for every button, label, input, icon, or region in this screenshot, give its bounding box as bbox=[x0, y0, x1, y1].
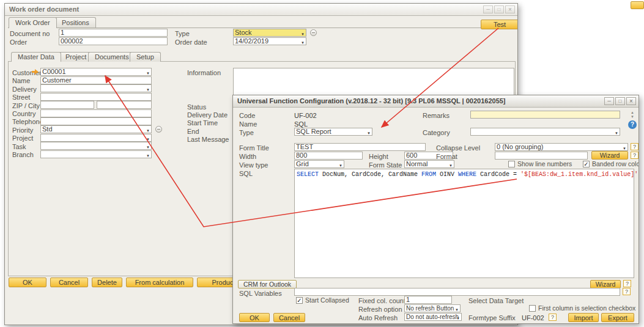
sql-variables-field[interactable] bbox=[294, 288, 620, 296]
delete-button[interactable]: Delete bbox=[92, 277, 122, 287]
maximize-icon[interactable] bbox=[494, 6, 504, 13]
wizard-button[interactable]: Wizard bbox=[591, 151, 628, 160]
tab-setup[interactable]: Setup bbox=[130, 52, 161, 62]
auto-refresh-combo[interactable]: Do not auto-refresh bbox=[404, 313, 462, 321]
help-button[interactable]: ? bbox=[623, 280, 631, 287]
sql-editor[interactable]: SELECT DocNum, CardCode, CardName FROM O… bbox=[294, 169, 634, 278]
type-label: Type bbox=[175, 30, 190, 38]
checkbox-label: Banded row color bbox=[592, 160, 639, 167]
show-line-numbers-checkbox[interactable]: Show line numbers bbox=[508, 160, 572, 167]
format-field[interactable] bbox=[495, 152, 588, 160]
cancel-button[interactable]: Cancel bbox=[273, 313, 305, 322]
help-button[interactable]: ? bbox=[631, 152, 638, 159]
minimize-icon[interactable] bbox=[483, 6, 493, 13]
type-combo[interactable]: Stock bbox=[233, 29, 306, 37]
tab-label: Work Order bbox=[15, 19, 50, 26]
project-combo[interactable] bbox=[40, 134, 152, 142]
task-combo[interactable] bbox=[40, 142, 152, 150]
scroll-down-icon[interactable] bbox=[631, 115, 634, 119]
zip-field[interactable] bbox=[40, 101, 94, 109]
wizard-button[interactable]: Wizard bbox=[590, 280, 621, 288]
document-no-field[interactable]: 1 bbox=[59, 29, 168, 37]
ok-button[interactable]: OK bbox=[9, 277, 46, 287]
uf-type-combo[interactable]: SQL Report bbox=[294, 128, 372, 136]
country-field[interactable] bbox=[40, 109, 152, 117]
remarks-field[interactable] bbox=[470, 111, 620, 119]
import-button[interactable]: Import bbox=[568, 313, 599, 322]
uf-name-label: Name bbox=[239, 120, 257, 128]
city-field[interactable] bbox=[97, 101, 152, 109]
help-button[interactable]: ? bbox=[623, 288, 631, 295]
sql-label: SQL bbox=[239, 170, 253, 178]
information-label: Information bbox=[187, 69, 221, 77]
street-field[interactable] bbox=[40, 93, 152, 101]
telephone-label: Telephone bbox=[12, 118, 43, 126]
checkbox-label: Show line numbers bbox=[517, 160, 572, 167]
form-title-field[interactable]: TEST bbox=[294, 143, 426, 151]
name-field[interactable]: Customer bbox=[40, 76, 152, 84]
ok-button[interactable]: OK bbox=[239, 313, 270, 322]
category-combo[interactable] bbox=[470, 128, 620, 136]
banded-row-color-checkbox[interactable]: Banded row color bbox=[583, 160, 639, 167]
tab-label: Setup bbox=[136, 53, 154, 61]
uf-type-label: Type bbox=[239, 129, 254, 137]
start-collapsed-checkbox[interactable]: Start Collapsed bbox=[296, 296, 349, 304]
order-field[interactable]: 000002 bbox=[59, 37, 168, 45]
width-field[interactable]: 800 bbox=[294, 152, 363, 160]
tab-work-order[interactable]: Work Order bbox=[9, 17, 57, 28]
checkbox-box bbox=[583, 161, 590, 167]
work-order-titlebar: Work order document bbox=[5, 4, 517, 16]
tab-label: Positions bbox=[62, 19, 89, 26]
form-state-combo[interactable]: Normal bbox=[404, 160, 454, 168]
first-column-selection-checkbox[interactable]: First column is selection checkbox bbox=[529, 304, 635, 312]
refresh-option-combo[interactable]: No refresh Button bbox=[404, 304, 461, 312]
help-icon[interactable] bbox=[628, 120, 637, 129]
scroll-up-icon[interactable] bbox=[631, 111, 634, 114]
view-type-combo[interactable]: Grid bbox=[294, 160, 344, 168]
from-calculation-button[interactable]: From calculation bbox=[126, 277, 193, 287]
last-message-label: Last Message bbox=[187, 136, 229, 144]
maximize-icon[interactable] bbox=[615, 97, 625, 105]
info-icon[interactable] bbox=[155, 126, 162, 133]
delivery-combo[interactable] bbox=[40, 84, 152, 92]
priority-combo[interactable]: Std bbox=[40, 125, 152, 133]
tab-positions[interactable]: Positions bbox=[55, 17, 96, 28]
code-label: Code bbox=[239, 112, 255, 120]
width-label: Width bbox=[239, 153, 256, 161]
collapse-level-combo[interactable]: 0 (No grouping) bbox=[495, 143, 628, 151]
tab-master-data[interactable]: Master Data bbox=[11, 52, 61, 62]
select-data-target-label: Select Data Target bbox=[468, 297, 524, 305]
cropped-button-fragment bbox=[631, 1, 644, 9]
checkbox-box bbox=[529, 305, 536, 312]
category-label: Category bbox=[423, 129, 450, 137]
zip-city-label: ZIP / City bbox=[12, 102, 40, 110]
height-label: Height bbox=[369, 153, 388, 161]
test-button[interactable]: Test bbox=[481, 20, 518, 29]
branch-combo[interactable] bbox=[40, 150, 152, 158]
checkbox-box bbox=[508, 161, 515, 167]
uf-titlebar: Universal Function Configuration (v.2018… bbox=[233, 95, 638, 108]
link-arrow-icon[interactable] bbox=[32, 69, 39, 75]
minimize-icon[interactable] bbox=[604, 97, 614, 105]
fixed-col-count-field[interactable]: 1 bbox=[404, 296, 452, 304]
document-no-label: Document no bbox=[10, 30, 50, 38]
uf-title: Universal Function Configuration (v.2018… bbox=[237, 97, 506, 105]
close-icon[interactable] bbox=[505, 6, 515, 13]
tab-label: Master Data bbox=[18, 53, 54, 61]
order-date-combo[interactable]: 14/02/2019 bbox=[233, 37, 306, 45]
formtype-suffix-field[interactable]: UF-002 bbox=[522, 314, 544, 322]
country-label: Country bbox=[12, 110, 36, 118]
telephone-field[interactable] bbox=[40, 117, 152, 125]
help-button[interactable]: ? bbox=[631, 143, 638, 150]
help-button[interactable]: ? bbox=[549, 314, 557, 321]
close-icon[interactable] bbox=[626, 97, 636, 105]
customer-combo[interactable]: C00001 bbox=[40, 68, 152, 76]
end-label: End bbox=[187, 128, 199, 136]
auto-refresh-label: Auto Refresh bbox=[358, 314, 398, 322]
export-button[interactable]: Export bbox=[601, 313, 634, 322]
crm-for-outlook-button[interactable]: CRM for Outlook bbox=[238, 280, 297, 288]
tab-documents[interactable]: Documents bbox=[88, 52, 136, 62]
cancel-button[interactable]: Cancel bbox=[50, 277, 88, 287]
expand-icon[interactable] bbox=[310, 29, 317, 36]
code-field[interactable]: UF-002 bbox=[294, 112, 398, 120]
